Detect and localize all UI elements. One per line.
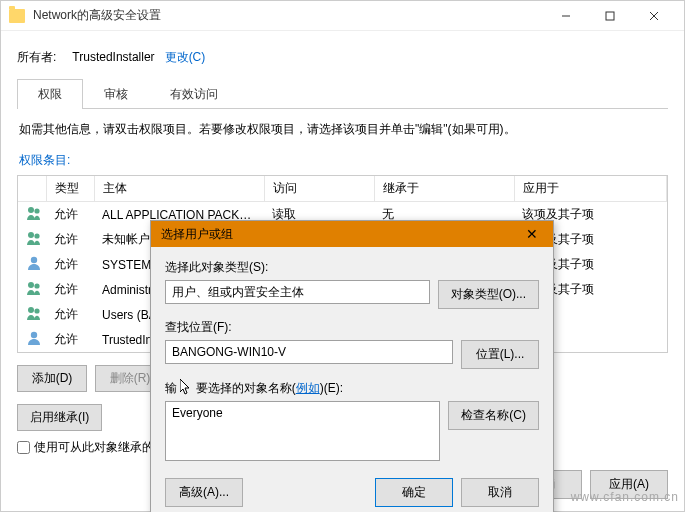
example-link[interactable]: 例如: [296, 381, 320, 395]
location-field[interactable]: [165, 340, 453, 364]
location-group: 查找位置(F): 位置(L)...: [165, 319, 539, 369]
svg-point-7: [34, 233, 39, 238]
entries-label: 权限条目:: [17, 150, 668, 175]
close-button[interactable]: [632, 2, 676, 30]
object-type-label: 选择此对象类型(S):: [165, 259, 539, 276]
svg-point-6: [28, 232, 34, 238]
maximize-button[interactable]: [588, 2, 632, 30]
col-type[interactable]: 类型: [46, 176, 94, 202]
tab-auditing[interactable]: 审核: [83, 79, 149, 109]
modal-title: 选择用户或组: [161, 226, 233, 243]
modal-ok-button[interactable]: 确定: [375, 478, 453, 507]
object-type-group: 选择此对象类型(S): 对象类型(O)...: [165, 259, 539, 309]
owner-value-group: TrustedInstaller 更改(C): [72, 49, 205, 66]
advanced-button[interactable]: 高级(A)...: [165, 478, 243, 507]
table-header: 类型 主体 访问 继承于 应用于: [18, 176, 667, 202]
titlebar[interactable]: Network的高级安全设置: [1, 1, 684, 31]
cell-type: 允许: [46, 227, 94, 252]
check-names-button[interactable]: 检查名称(C): [448, 401, 539, 430]
col-access[interactable]: 访问: [264, 176, 374, 202]
svg-point-4: [28, 207, 34, 213]
svg-point-11: [28, 307, 34, 313]
col-inherited[interactable]: 继承于: [374, 176, 514, 202]
svg-point-8: [31, 257, 37, 263]
modal-close-button[interactable]: ✕: [517, 226, 547, 242]
folder-icon: [9, 9, 25, 23]
object-type-field[interactable]: [165, 280, 430, 304]
owner-label: 所有者:: [17, 49, 56, 66]
modal-cancel-button[interactable]: 取消: [461, 478, 539, 507]
col-principal[interactable]: 主体: [94, 176, 264, 202]
modal-body: 选择此对象类型(S): 对象类型(O)... 查找位置(F): 位置(L)...…: [151, 247, 553, 512]
tabs: 权限 审核 有效访问: [17, 78, 668, 109]
tab-effective-access[interactable]: 有效访问: [149, 79, 239, 109]
modal-titlebar[interactable]: 选择用户或组 ✕: [151, 221, 553, 247]
cell-type: 允许: [46, 252, 94, 277]
replace-children-checkbox[interactable]: [17, 441, 30, 454]
add-button[interactable]: 添加(D): [17, 365, 87, 392]
cell-type: 允许: [46, 202, 94, 228]
principal-icon: [18, 277, 46, 302]
locations-button[interactable]: 位置(L)...: [461, 340, 539, 369]
cursor-icon: [180, 379, 192, 395]
object-names-input[interactable]: [165, 401, 440, 461]
principal-icon: [18, 227, 46, 252]
change-owner-link[interactable]: 更改(C): [165, 50, 206, 64]
location-label: 查找位置(F):: [165, 319, 539, 336]
object-types-button[interactable]: 对象类型(O)...: [438, 280, 539, 309]
modal-footer: 高级(A)... 确定 取消: [165, 478, 539, 507]
col-applies[interactable]: 应用于: [514, 176, 667, 202]
object-names-group: 输 要选择的对象名称(例如)(E): 检查名称(C): [165, 379, 539, 464]
cell-type: 允许: [46, 302, 94, 327]
owner-row: 所有者: TrustedInstaller 更改(C): [17, 49, 668, 66]
select-user-or-group-dialog: 选择用户或组 ✕ 选择此对象类型(S): 对象类型(O)... 查找位置(F):…: [150, 220, 554, 512]
object-names-label: 输 要选择的对象名称(例如)(E):: [165, 379, 539, 397]
tab-permissions[interactable]: 权限: [17, 79, 83, 109]
principal-icon: [18, 302, 46, 327]
apply-button[interactable]: 应用(A): [590, 470, 668, 499]
svg-point-9: [28, 282, 34, 288]
cell-type: 允许: [46, 327, 94, 352]
cell-type: 允许: [46, 277, 94, 302]
principal-icon: [18, 202, 46, 228]
principal-icon: [18, 252, 46, 277]
svg-point-13: [31, 332, 37, 338]
svg-point-5: [34, 208, 39, 213]
window-controls: [544, 2, 676, 30]
svg-point-10: [34, 283, 39, 288]
svg-rect-1: [606, 12, 614, 20]
enable-inheritance-button[interactable]: 启用继承(I): [17, 404, 102, 431]
hint-text: 如需其他信息，请双击权限项目。若要修改权限项目，请选择该项目并单击"编辑"(如果…: [17, 109, 668, 150]
window-title: Network的高级安全设置: [33, 7, 161, 24]
principal-icon: [18, 327, 46, 352]
minimize-button[interactable]: [544, 2, 588, 30]
owner-value: TrustedInstaller: [72, 50, 154, 64]
svg-point-12: [34, 308, 39, 313]
